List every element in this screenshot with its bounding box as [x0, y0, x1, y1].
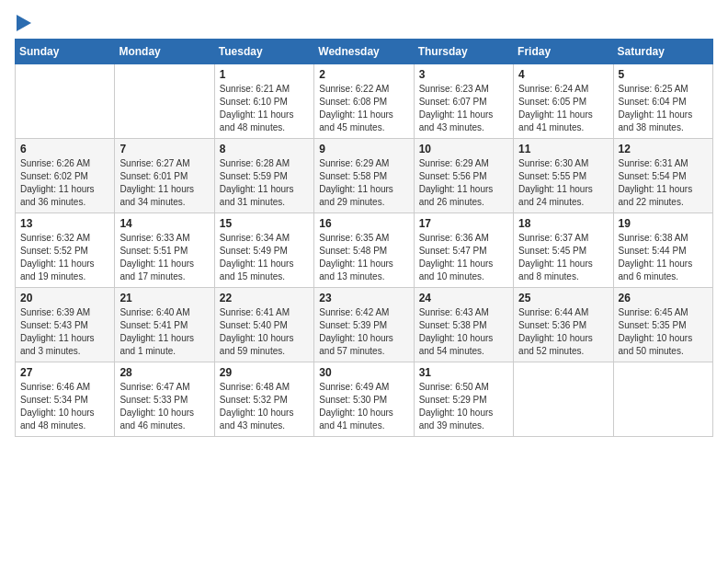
day-number: 18: [518, 217, 608, 230]
day-detail: Sunrise: 6:45 AM Sunset: 5:35 PM Dayligh…: [619, 306, 708, 358]
calendar-cell: [115, 64, 214, 139]
day-detail: Sunrise: 6:37 AM Sunset: 5:45 PM Dayligh…: [518, 232, 608, 283]
day-number: 11: [518, 143, 608, 155]
calendar-header-monday: Monday: [115, 40, 214, 64]
day-number: 16: [319, 217, 408, 230]
calendar-cell: 7Sunrise: 6:27 AM Sunset: 6:01 PM Daylig…: [115, 139, 214, 213]
calendar-cell: 23Sunrise: 6:42 AM Sunset: 5:39 PM Dayli…: [314, 288, 414, 362]
day-number: 17: [419, 217, 508, 230]
calendar-cell: 12Sunrise: 6:31 AM Sunset: 5:54 PM Dayli…: [613, 139, 712, 213]
day-number: 6: [20, 143, 109, 155]
day-detail: Sunrise: 6:34 AM Sunset: 5:49 PM Dayligh…: [220, 232, 309, 283]
day-detail: Sunrise: 6:48 AM Sunset: 5:32 PM Dayligh…: [220, 381, 309, 432]
calendar-cell: 6Sunrise: 6:26 AM Sunset: 6:02 PM Daylig…: [16, 139, 115, 213]
calendar-cell: 25Sunrise: 6:44 AM Sunset: 5:36 PM Dayli…: [514, 288, 613, 362]
calendar-cell: 31Sunrise: 6:50 AM Sunset: 5:29 PM Dayli…: [414, 362, 513, 437]
day-detail: Sunrise: 6:50 AM Sunset: 5:29 PM Dayligh…: [419, 381, 508, 432]
calendar-header-tuesday: Tuesday: [214, 40, 313, 64]
day-number: 9: [319, 143, 408, 155]
calendar-cell: 5Sunrise: 6:25 AM Sunset: 6:04 PM Daylig…: [613, 64, 712, 139]
day-number: 3: [419, 68, 508, 81]
day-detail: Sunrise: 6:35 AM Sunset: 5:48 PM Dayligh…: [319, 232, 408, 283]
day-number: 21: [119, 292, 209, 304]
day-number: 10: [419, 143, 508, 155]
day-number: 31: [419, 366, 508, 379]
day-detail: Sunrise: 6:31 AM Sunset: 5:54 PM Dayligh…: [619, 157, 708, 209]
day-number: 1: [220, 68, 309, 81]
day-detail: Sunrise: 6:23 AM Sunset: 6:07 PM Dayligh…: [419, 83, 508, 134]
logo: [15, 15, 31, 31]
calendar-cell: 3Sunrise: 6:23 AM Sunset: 6:07 PM Daylig…: [414, 64, 513, 139]
day-detail: Sunrise: 6:40 AM Sunset: 5:41 PM Dayligh…: [119, 306, 209, 358]
day-number: 8: [220, 143, 309, 155]
calendar-cell: 9Sunrise: 6:29 AM Sunset: 5:58 PM Daylig…: [314, 139, 414, 213]
calendar-cell: 18Sunrise: 6:37 AM Sunset: 5:45 PM Dayli…: [514, 213, 613, 288]
calendar-header-row: SundayMondayTuesdayWednesdayThursdayFrid…: [16, 40, 713, 64]
calendar-cell: [613, 362, 712, 437]
calendar-header-wednesday: Wednesday: [314, 40, 414, 64]
calendar-cell: 14Sunrise: 6:33 AM Sunset: 5:51 PM Dayli…: [115, 213, 214, 288]
calendar-cell: 11Sunrise: 6:30 AM Sunset: 5:55 PM Dayli…: [514, 139, 613, 213]
calendar-week-row: 13Sunrise: 6:32 AM Sunset: 5:52 PM Dayli…: [16, 213, 713, 288]
day-number: 23: [319, 292, 408, 304]
day-number: 13: [20, 217, 109, 230]
day-detail: Sunrise: 6:41 AM Sunset: 5:40 PM Dayligh…: [220, 306, 309, 358]
day-detail: Sunrise: 6:24 AM Sunset: 6:05 PM Dayligh…: [518, 83, 608, 134]
calendar-cell: 16Sunrise: 6:35 AM Sunset: 5:48 PM Dayli…: [314, 213, 414, 288]
calendar-header-saturday: Saturday: [613, 40, 712, 64]
day-number: 2: [319, 68, 408, 81]
calendar-cell: 29Sunrise: 6:48 AM Sunset: 5:32 PM Dayli…: [214, 362, 313, 437]
day-detail: Sunrise: 6:25 AM Sunset: 6:04 PM Dayligh…: [619, 83, 708, 134]
day-number: 22: [220, 292, 309, 304]
logo-arrow: [17, 15, 31, 35]
calendar-cell: 27Sunrise: 6:46 AM Sunset: 5:34 PM Dayli…: [16, 362, 115, 437]
calendar-cell: 28Sunrise: 6:47 AM Sunset: 5:33 PM Dayli…: [115, 362, 214, 437]
day-number: 15: [220, 217, 309, 230]
calendar-header-sunday: Sunday: [16, 40, 115, 64]
calendar-table: SundayMondayTuesdayWednesdayThursdayFrid…: [15, 39, 713, 437]
day-number: 4: [518, 68, 608, 81]
day-number: 26: [619, 292, 708, 304]
day-detail: Sunrise: 6:29 AM Sunset: 5:58 PM Dayligh…: [319, 157, 408, 209]
calendar-cell: 30Sunrise: 6:49 AM Sunset: 5:30 PM Dayli…: [314, 362, 414, 437]
day-detail: Sunrise: 6:30 AM Sunset: 5:55 PM Dayligh…: [518, 157, 608, 209]
day-number: 28: [119, 366, 209, 379]
calendar-cell: 8Sunrise: 6:28 AM Sunset: 5:59 PM Daylig…: [214, 139, 313, 213]
calendar-cell: 26Sunrise: 6:45 AM Sunset: 5:35 PM Dayli…: [613, 288, 712, 362]
day-detail: Sunrise: 6:46 AM Sunset: 5:34 PM Dayligh…: [20, 381, 109, 432]
calendar-cell: 2Sunrise: 6:22 AM Sunset: 6:08 PM Daylig…: [314, 64, 414, 139]
day-number: 30: [319, 366, 408, 379]
calendar-cell: 22Sunrise: 6:41 AM Sunset: 5:40 PM Dayli…: [214, 288, 313, 362]
day-number: 27: [20, 366, 109, 379]
day-detail: Sunrise: 6:32 AM Sunset: 5:52 PM Dayligh…: [20, 232, 109, 283]
calendar-week-row: 20Sunrise: 6:39 AM Sunset: 5:43 PM Dayli…: [16, 288, 713, 362]
calendar-cell: 21Sunrise: 6:40 AM Sunset: 5:41 PM Dayli…: [115, 288, 214, 362]
day-number: 19: [619, 217, 708, 230]
calendar-header-thursday: Thursday: [414, 40, 513, 64]
day-detail: Sunrise: 6:49 AM Sunset: 5:30 PM Dayligh…: [319, 381, 408, 432]
day-detail: Sunrise: 6:22 AM Sunset: 6:08 PM Dayligh…: [319, 83, 408, 134]
calendar-cell: 13Sunrise: 6:32 AM Sunset: 5:52 PM Dayli…: [16, 213, 115, 288]
day-detail: Sunrise: 6:44 AM Sunset: 5:36 PM Dayligh…: [518, 306, 608, 358]
day-detail: Sunrise: 6:42 AM Sunset: 5:39 PM Dayligh…: [319, 306, 408, 358]
day-detail: Sunrise: 6:28 AM Sunset: 5:59 PM Dayligh…: [220, 157, 309, 209]
calendar-cell: [16, 64, 115, 139]
day-detail: Sunrise: 6:36 AM Sunset: 5:47 PM Dayligh…: [419, 232, 508, 283]
calendar-cell: [514, 362, 613, 437]
page-header: [15, 15, 713, 31]
day-number: 7: [119, 143, 209, 155]
calendar-week-row: 6Sunrise: 6:26 AM Sunset: 6:02 PM Daylig…: [16, 139, 713, 213]
day-number: 5: [619, 68, 708, 81]
day-number: 24: [419, 292, 508, 304]
day-detail: Sunrise: 6:47 AM Sunset: 5:33 PM Dayligh…: [119, 381, 209, 432]
day-detail: Sunrise: 6:29 AM Sunset: 5:56 PM Dayligh…: [419, 157, 508, 209]
day-detail: Sunrise: 6:39 AM Sunset: 5:43 PM Dayligh…: [20, 306, 109, 358]
day-detail: Sunrise: 6:26 AM Sunset: 6:02 PM Dayligh…: [20, 157, 109, 209]
day-number: 29: [220, 366, 309, 379]
calendar-cell: 15Sunrise: 6:34 AM Sunset: 5:49 PM Dayli…: [214, 213, 313, 288]
calendar-cell: 20Sunrise: 6:39 AM Sunset: 5:43 PM Dayli…: [16, 288, 115, 362]
calendar-cell: 17Sunrise: 6:36 AM Sunset: 5:47 PM Dayli…: [414, 213, 513, 288]
day-detail: Sunrise: 6:38 AM Sunset: 5:44 PM Dayligh…: [619, 232, 708, 283]
calendar-cell: 4Sunrise: 6:24 AM Sunset: 6:05 PM Daylig…: [514, 64, 613, 139]
day-detail: Sunrise: 6:27 AM Sunset: 6:01 PM Dayligh…: [119, 157, 209, 209]
